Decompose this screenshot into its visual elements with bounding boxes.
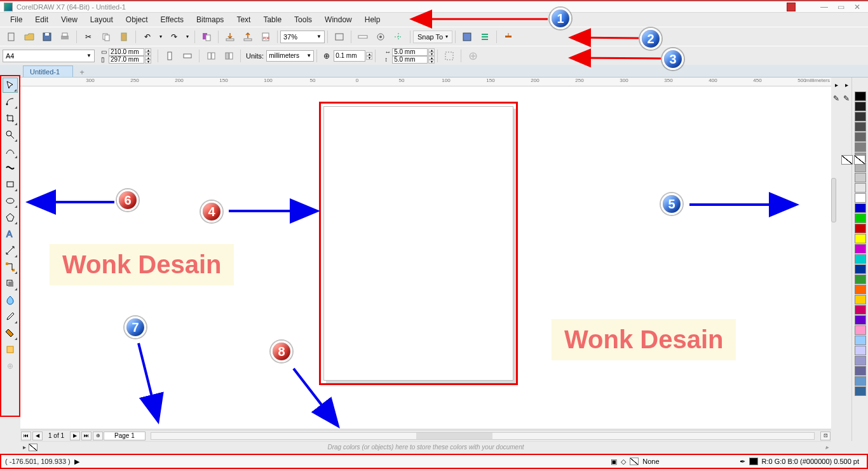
vertical-scrollbar[interactable] (831, 178, 836, 222)
menu-effects[interactable]: Effects (154, 14, 190, 25)
dup-x-input[interactable] (392, 48, 428, 56)
color-swatch[interactable] (855, 112, 866, 121)
drop-shadow-tool-icon[interactable] (3, 276, 18, 291)
search-content-icon[interactable] (199, 29, 214, 44)
color-swatch[interactable] (855, 325, 866, 335)
menu-object[interactable]: Object (119, 14, 154, 25)
color-swatch[interactable] (855, 234, 866, 243)
text-tool-icon[interactable]: A (3, 226, 18, 241)
color-swatch[interactable] (855, 132, 866, 142)
show-guidelines-icon[interactable] (391, 29, 406, 44)
fullscreen-preview-icon[interactable] (332, 29, 347, 44)
eyedropper-docker-icon-2[interactable]: ✎ (843, 94, 850, 103)
launch-icon[interactable] (501, 29, 516, 44)
dup-y-input[interactable] (392, 56, 428, 64)
menu-bitmaps[interactable]: Bitmaps (190, 14, 230, 25)
artistic-media-icon[interactable] (3, 160, 18, 175)
polygon-tool-icon[interactable] (3, 210, 18, 225)
add-page-button[interactable]: ⊕ (93, 432, 103, 440)
color-swatch[interactable] (855, 183, 866, 193)
redo-icon[interactable]: ↷ (166, 29, 182, 44)
color-swatch[interactable] (855, 366, 866, 376)
new-tab-button[interactable]: + (76, 67, 88, 77)
maximize-button[interactable]: ▭ (834, 3, 848, 11)
dupx-spinner[interactable]: ▴▾ (428, 48, 435, 56)
width-spinner[interactable]: ▴▾ (145, 48, 151, 56)
undo-dropdown-icon[interactable]: ▾ (158, 29, 164, 44)
color-swatch[interactable] (855, 376, 866, 386)
connector-tool-icon[interactable] (3, 259, 18, 275)
menu-text[interactable]: Text (230, 14, 257, 25)
last-page-button[interactable]: ⏭ (81, 432, 92, 440)
units-combo[interactable]: millimeters▼ (266, 50, 314, 62)
menu-table[interactable]: Table (257, 14, 288, 25)
eyedropper-docker-icon[interactable]: ✎ (833, 94, 839, 103)
print-icon[interactable] (57, 29, 72, 44)
paste-icon[interactable] (116, 29, 132, 44)
page-width-input[interactable] (109, 48, 144, 56)
copy-icon[interactable] (98, 29, 114, 44)
document-palette-bar[interactable]: ▸ Drag colors (or objects) here to store… (20, 441, 831, 452)
color-swatch[interactable] (855, 142, 866, 152)
open-icon[interactable] (22, 29, 37, 44)
app-launcher-icon[interactable] (477, 29, 492, 44)
color-swatch[interactable] (855, 122, 866, 132)
redo-dropdown-icon[interactable]: ▾ (184, 29, 191, 44)
color-swatch[interactable] (855, 386, 866, 396)
color-swatch[interactable] (855, 203, 866, 213)
import-icon[interactable] (222, 29, 238, 44)
current-page-icon[interactable] (221, 48, 236, 64)
height-spinner[interactable]: ▴▾ (145, 56, 151, 64)
snap-to-combo[interactable]: Snap To▾ (413, 31, 452, 43)
color-swatch[interactable] (855, 102, 866, 111)
rectangle-tool-icon[interactable] (3, 177, 18, 192)
quick-customize-toolbox-icon[interactable]: ⊕ (3, 358, 18, 374)
undo-icon[interactable]: ↶ (140, 29, 155, 44)
docker-arrow-icon-2[interactable]: ▸ (845, 81, 848, 88)
color-swatch[interactable] (855, 264, 866, 274)
color-swatch[interactable] (855, 275, 866, 284)
zoom-tool-icon[interactable] (3, 127, 18, 142)
color-swatch[interactable] (855, 295, 866, 304)
color-swatch[interactable] (855, 356, 866, 365)
play-indicator-icon[interactable]: ▶ (74, 458, 79, 466)
nudge-input[interactable] (334, 50, 365, 62)
zoom-level-combo[interactable]: 37%▼ (280, 31, 325, 43)
export-icon[interactable] (240, 29, 255, 44)
parallel-dimension-icon[interactable] (3, 243, 18, 258)
next-page-button[interactable]: ▶ (70, 432, 80, 440)
smart-fill-icon[interactable] (3, 342, 18, 357)
prev-page-button[interactable]: ◀ (32, 432, 43, 440)
color-swatch[interactable] (855, 224, 866, 233)
menu-layout[interactable]: Layout (84, 14, 119, 25)
color-swatch[interactable] (855, 254, 866, 264)
color-swatch[interactable] (855, 336, 866, 345)
shape-tool-icon[interactable] (3, 94, 18, 109)
fill-swatch-none[interactable] (630, 458, 639, 465)
transparency-tool-icon[interactable] (3, 292, 18, 308)
publish-pdf-icon[interactable]: PDF (258, 29, 273, 44)
no-color-swatch[interactable] (851, 155, 853, 165)
no-color-swatch-2[interactable] (854, 155, 865, 165)
docpal-menu-icon[interactable]: ▸ (825, 444, 829, 451)
menu-file[interactable]: File (4, 14, 29, 25)
first-page-button[interactable]: ⏮ (21, 432, 31, 440)
color-swatch[interactable] (855, 92, 866, 101)
paper-size-combo[interactable]: A4▼ (3, 50, 95, 62)
docker-arrow-icon[interactable]: ▸ (835, 81, 838, 88)
page-height-input[interactable] (109, 56, 144, 64)
color-swatch[interactable] (855, 285, 866, 294)
outline-swatch[interactable] (749, 458, 758, 465)
color-swatch[interactable] (855, 214, 866, 223)
account-icon[interactable] (787, 3, 796, 11)
menu-edit[interactable]: Edit (29, 14, 55, 25)
horizontal-scrollbar[interactable] (151, 432, 815, 440)
landscape-icon[interactable] (180, 48, 195, 64)
treat-as-filled-icon[interactable] (442, 48, 457, 64)
docpal-arrow-icon[interactable]: ▸ (23, 444, 26, 451)
ellipse-tool-icon[interactable] (3, 193, 18, 208)
nudge-spinner[interactable]: ▴▾ (366, 52, 372, 60)
dupy-spinner[interactable]: ▴▾ (428, 56, 435, 64)
show-grid-icon[interactable] (373, 29, 388, 44)
color-swatch[interactable] (855, 244, 866, 254)
